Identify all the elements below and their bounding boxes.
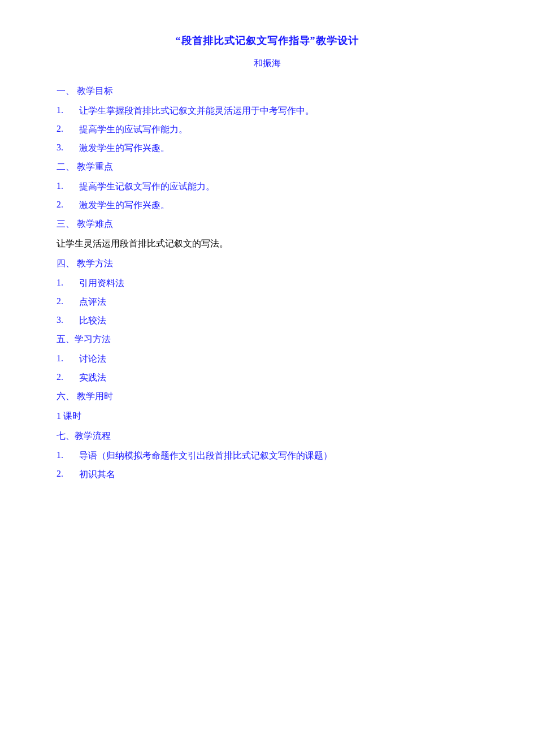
list-text: 实践法 [79, 372, 477, 384]
list-num: 3. [57, 142, 79, 153]
list-num: 2. [57, 296, 79, 306]
list-num: 1. [57, 278, 79, 288]
list-item: 2. 激发学生的写作兴趣。 [57, 200, 477, 211]
list-item: 2. 提高学生的应试写作能力。 [57, 124, 477, 136]
list-item: 2. 实践法 [57, 372, 477, 384]
section-6-heading: 六、 教学用时 [57, 391, 477, 403]
list-text: 点评法 [79, 296, 477, 308]
section-6-plain: 1 课时 [57, 411, 477, 422]
section-5: 五、学习方法 1. 讨论法 2. 实践法 [57, 334, 477, 384]
section-3: 三、 教学难点 让学生灵活运用段首排比式记叙文的写法。 [57, 218, 477, 250]
list-text: 激发学生的写作兴趣。 [79, 142, 477, 154]
list-text: 比较法 [79, 315, 477, 327]
list-text: 导语（归纳模拟考命题作文引出段首排比式记叙文写作的课题） [79, 450, 477, 462]
main-title: “段首排比式记叙文写作指导”教学设计 [57, 34, 477, 47]
list-item: 3. 激发学生的写作兴趣。 [57, 142, 477, 154]
section-4-heading: 四、 教学方法 [57, 258, 477, 270]
list-item: 1. 让学生掌握段首排比式记叙文并能灵活运用于中考写作中。 [57, 105, 477, 117]
section-3-heading: 三、 教学难点 [57, 218, 477, 230]
list-num: 2. [57, 200, 79, 210]
section-1: 一、 教学目标 1. 让学生掌握段首排比式记叙文并能灵活运用于中考写作中。 2.… [57, 85, 477, 154]
section-4: 四、 教学方法 1. 引用资料法 2. 点评法 3. 比较法 [57, 258, 477, 327]
author: 和振海 [57, 58, 477, 70]
list-text: 提高学生的应试写作能力。 [79, 124, 477, 136]
list-text: 引用资料法 [79, 278, 477, 290]
section-3-plain: 让学生灵活运用段首排比式记叙文的写法。 [57, 238, 477, 250]
list-item: 1. 导语（归纳模拟考命题作文引出段首排比式记叙文写作的课题） [57, 450, 477, 462]
list-num: 1. [57, 105, 79, 115]
list-num: 3. [57, 315, 79, 325]
list-item: 1. 讨论法 [57, 353, 477, 365]
list-num: 2. [57, 124, 79, 134]
section-6: 六、 教学用时 1 课时 [57, 391, 477, 422]
section-1-heading: 一、 教学目标 [57, 85, 477, 97]
section-5-heading: 五、学习方法 [57, 334, 477, 345]
section-7: 七、教学流程 1. 导语（归纳模拟考命题作文引出段首排比式记叙文写作的课题） 2… [57, 430, 477, 481]
list-item: 2. 初识其名 [57, 469, 477, 481]
list-text: 提高学生记叙文写作的应试能力。 [79, 181, 477, 193]
list-num: 1. [57, 353, 79, 364]
page-container: “段首排比式记叙文写作指导”教学设计 和振海 一、 教学目标 1. 让学生掌握段… [0, 0, 534, 756]
list-num: 2. [57, 469, 79, 479]
list-item: 1. 提高学生记叙文写作的应试能力。 [57, 181, 477, 193]
list-item: 2. 点评法 [57, 296, 477, 308]
list-num: 2. [57, 372, 79, 382]
list-num: 1. [57, 181, 79, 191]
list-num: 1. [57, 450, 79, 460]
section-2: 二、 教学重点 1. 提高学生记叙文写作的应试能力。 2. 激发学生的写作兴趣。 [57, 161, 477, 211]
list-text: 让学生掌握段首排比式记叙文并能灵活运用于中考写作中。 [79, 105, 477, 117]
list-text: 激发学生的写作兴趣。 [79, 200, 477, 211]
section-2-heading: 二、 教学重点 [57, 161, 477, 173]
list-text: 讨论法 [79, 353, 477, 365]
section-7-heading: 七、教学流程 [57, 430, 477, 442]
list-item: 1. 引用资料法 [57, 278, 477, 290]
list-text: 初识其名 [79, 469, 477, 481]
list-item: 3. 比较法 [57, 315, 477, 327]
